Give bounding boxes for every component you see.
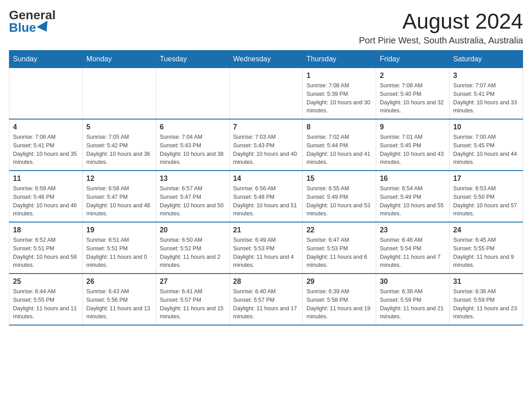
calendar-cell: 14Sunrise: 6:56 AM Sunset: 5:48 PM Dayli…: [229, 171, 303, 222]
cell-info: Sunrise: 7:08 AM Sunset: 5:39 PM Dayligh…: [306, 81, 372, 115]
cell-info: Sunrise: 6:36 AM Sunset: 5:59 PM Dayligh…: [453, 287, 519, 321]
cell-info: Sunrise: 7:08 AM Sunset: 5:40 PM Dayligh…: [380, 81, 446, 115]
logo: General Blue: [9, 9, 56, 34]
day-number: 23: [380, 226, 446, 234]
day-number: 22: [306, 226, 372, 234]
calendar-cell: [229, 68, 303, 120]
week-row-5: 25Sunrise: 6:44 AM Sunset: 5:55 PM Dayli…: [9, 274, 523, 325]
header-day-wednesday: Wednesday: [229, 51, 303, 68]
cell-info: Sunrise: 6:47 AM Sunset: 5:53 PM Dayligh…: [306, 236, 372, 270]
day-number: 29: [306, 278, 372, 286]
cell-info: Sunrise: 7:07 AM Sunset: 5:41 PM Dayligh…: [453, 81, 519, 115]
day-number: 13: [160, 175, 226, 183]
page-header: General Blue August 2024 Port Pirie West…: [9, 9, 523, 46]
cell-info: Sunrise: 7:01 AM Sunset: 5:45 PM Dayligh…: [380, 133, 446, 167]
day-number: 18: [13, 226, 79, 234]
header-day-monday: Monday: [82, 51, 156, 68]
calendar-cell: 18Sunrise: 6:52 AM Sunset: 5:51 PM Dayli…: [9, 222, 83, 274]
location: Port Pirie West, South Australia, Austra…: [359, 35, 523, 46]
calendar-cell: 21Sunrise: 6:49 AM Sunset: 5:53 PM Dayli…: [229, 222, 303, 274]
calendar-cell: 25Sunrise: 6:44 AM Sunset: 5:55 PM Dayli…: [9, 274, 83, 325]
header-day-sunday: Sunday: [9, 51, 83, 68]
day-number: 19: [86, 226, 152, 234]
calendar-cell: [82, 68, 156, 120]
header-day-saturday: Saturday: [450, 51, 523, 68]
cell-info: Sunrise: 6:54 AM Sunset: 5:49 PM Dayligh…: [380, 184, 446, 218]
day-number: 4: [13, 123, 79, 131]
day-number: 24: [453, 226, 519, 234]
cell-info: Sunrise: 6:52 AM Sunset: 5:51 PM Dayligh…: [13, 236, 79, 270]
week-row-3: 11Sunrise: 6:59 AM Sunset: 5:46 PM Dayli…: [9, 171, 523, 222]
calendar-cell: 27Sunrise: 6:41 AM Sunset: 5:57 PM Dayli…: [156, 274, 229, 325]
calendar-cell: 29Sunrise: 6:39 AM Sunset: 5:58 PM Dayli…: [303, 274, 376, 325]
calendar-cell: 13Sunrise: 6:57 AM Sunset: 5:47 PM Dayli…: [156, 171, 229, 222]
day-number: 6: [160, 123, 226, 131]
calendar-cell: 1Sunrise: 7:08 AM Sunset: 5:39 PM Daylig…: [303, 68, 376, 120]
cell-info: Sunrise: 6:50 AM Sunset: 5:52 PM Dayligh…: [160, 236, 226, 270]
calendar-cell: 31Sunrise: 6:36 AM Sunset: 5:59 PM Dayli…: [450, 274, 523, 325]
cell-info: Sunrise: 7:00 AM Sunset: 5:45 PM Dayligh…: [453, 133, 519, 167]
cell-info: Sunrise: 6:57 AM Sunset: 5:47 PM Dayligh…: [160, 184, 226, 218]
header-day-friday: Friday: [376, 51, 450, 68]
cell-info: Sunrise: 7:04 AM Sunset: 5:43 PM Dayligh…: [160, 133, 226, 167]
logo-general-text: General: [9, 9, 56, 21]
cell-info: Sunrise: 6:56 AM Sunset: 5:48 PM Dayligh…: [233, 184, 299, 218]
header-day-tuesday: Tuesday: [156, 51, 229, 68]
calendar-cell: [156, 68, 229, 120]
calendar-cell: 10Sunrise: 7:00 AM Sunset: 5:45 PM Dayli…: [450, 119, 523, 171]
day-number: 27: [160, 278, 226, 286]
cell-info: Sunrise: 6:40 AM Sunset: 5:57 PM Dayligh…: [233, 287, 299, 321]
day-number: 3: [453, 72, 519, 80]
cell-info: Sunrise: 6:58 AM Sunset: 5:47 PM Dayligh…: [86, 184, 152, 218]
month-title: August 2024: [359, 9, 523, 34]
calendar-cell: 22Sunrise: 6:47 AM Sunset: 5:53 PM Dayli…: [303, 222, 376, 274]
day-number: 5: [86, 123, 152, 131]
header-day-thursday: Thursday: [303, 51, 376, 68]
calendar-cell: 19Sunrise: 6:51 AM Sunset: 5:51 PM Dayli…: [82, 222, 156, 274]
calendar-cell: 2Sunrise: 7:08 AM Sunset: 5:40 PM Daylig…: [376, 68, 450, 120]
cell-info: Sunrise: 6:41 AM Sunset: 5:57 PM Dayligh…: [160, 287, 226, 321]
day-number: 11: [13, 175, 79, 183]
day-number: 20: [160, 226, 226, 234]
cell-info: Sunrise: 6:39 AM Sunset: 5:58 PM Dayligh…: [306, 287, 372, 321]
logo-triangle-icon: [37, 21, 52, 34]
cell-info: Sunrise: 7:02 AM Sunset: 5:44 PM Dayligh…: [306, 133, 372, 167]
logo-blue-text: Blue: [9, 21, 51, 34]
calendar-cell: 4Sunrise: 7:06 AM Sunset: 5:41 PM Daylig…: [9, 119, 83, 171]
day-number: 26: [86, 278, 152, 286]
day-number: 16: [380, 175, 446, 183]
cell-info: Sunrise: 6:46 AM Sunset: 5:54 PM Dayligh…: [380, 236, 446, 270]
calendar-cell: 20Sunrise: 6:50 AM Sunset: 5:52 PM Dayli…: [156, 222, 229, 274]
calendar-cell: 16Sunrise: 6:54 AM Sunset: 5:49 PM Dayli…: [376, 171, 450, 222]
day-number: 25: [13, 278, 79, 286]
cell-info: Sunrise: 7:05 AM Sunset: 5:42 PM Dayligh…: [86, 133, 152, 167]
calendar-cell: 28Sunrise: 6:40 AM Sunset: 5:57 PM Dayli…: [229, 274, 303, 325]
cell-info: Sunrise: 6:43 AM Sunset: 5:56 PM Dayligh…: [86, 287, 152, 321]
calendar-cell: 12Sunrise: 6:58 AM Sunset: 5:47 PM Dayli…: [82, 171, 156, 222]
day-number: 8: [306, 123, 372, 131]
cell-info: Sunrise: 6:53 AM Sunset: 5:50 PM Dayligh…: [453, 184, 519, 218]
day-number: 28: [233, 278, 299, 286]
title-area: August 2024 Port Pirie West, South Austr…: [359, 9, 523, 46]
calendar-cell: 3Sunrise: 7:07 AM Sunset: 5:41 PM Daylig…: [450, 68, 523, 120]
calendar-cell: 6Sunrise: 7:04 AM Sunset: 5:43 PM Daylig…: [156, 119, 229, 171]
day-number: 14: [233, 175, 299, 183]
day-number: 21: [233, 226, 299, 234]
calendar-cell: 23Sunrise: 6:46 AM Sunset: 5:54 PM Dayli…: [376, 222, 450, 274]
calendar-cell: 15Sunrise: 6:55 AM Sunset: 5:49 PM Dayli…: [303, 171, 376, 222]
day-number: 17: [453, 175, 519, 183]
calendar-header-row: SundayMondayTuesdayWednesdayThursdayFrid…: [9, 51, 523, 68]
day-number: 7: [233, 123, 299, 131]
day-number: 1: [306, 72, 372, 80]
cell-info: Sunrise: 6:44 AM Sunset: 5:55 PM Dayligh…: [13, 287, 79, 321]
calendar-cell: 11Sunrise: 6:59 AM Sunset: 5:46 PM Dayli…: [9, 171, 83, 222]
week-row-1: 1Sunrise: 7:08 AM Sunset: 5:39 PM Daylig…: [9, 68, 523, 120]
day-number: 10: [453, 123, 519, 131]
calendar-cell: [9, 68, 83, 120]
day-number: 31: [453, 278, 519, 286]
calendar-cell: 17Sunrise: 6:53 AM Sunset: 5:50 PM Dayli…: [450, 171, 523, 222]
day-number: 15: [306, 175, 372, 183]
day-number: 9: [380, 123, 446, 131]
week-row-2: 4Sunrise: 7:06 AM Sunset: 5:41 PM Daylig…: [9, 119, 523, 171]
calendar-cell: 5Sunrise: 7:05 AM Sunset: 5:42 PM Daylig…: [82, 119, 156, 171]
